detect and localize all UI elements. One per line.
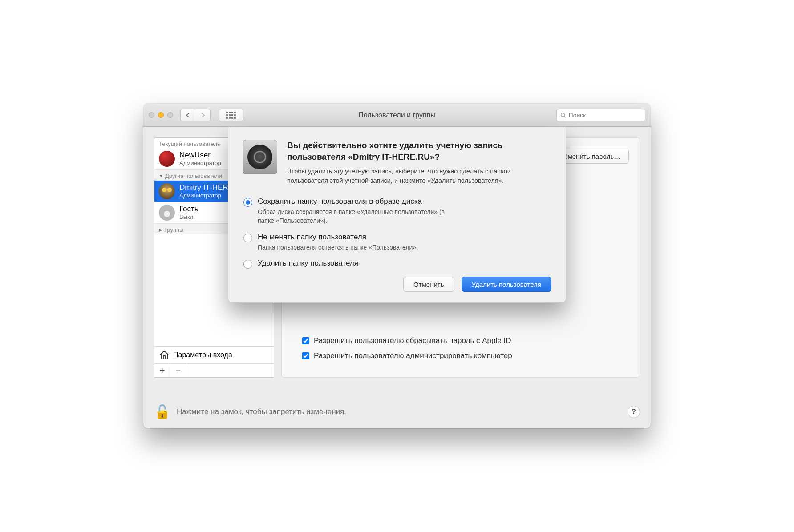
radio-button[interactable] — [243, 234, 252, 242]
lock-row: 🔓 Нажмите на замок, чтобы запретить изме… — [154, 404, 640, 419]
disclosure-triangle-icon: ▼ — [159, 173, 163, 178]
back-button[interactable] — [180, 109, 195, 121]
avatar — [159, 151, 175, 167]
checkbox-row-reset-appleid[interactable]: Разрешить пользователю сбрасывать пароль… — [302, 336, 512, 345]
forward-button[interactable] — [195, 109, 211, 121]
login-options-label: Параметры входа — [173, 351, 232, 359]
system-prefs-icon — [243, 140, 277, 174]
cancel-button[interactable]: Отменить — [403, 277, 454, 292]
nav-segment — [180, 109, 211, 121]
user-role: Выкл. — [179, 214, 198, 220]
svg-point-0 — [561, 113, 565, 117]
option-label: Удалить папку пользователя — [258, 259, 358, 268]
login-options-row[interactable]: Параметры входа — [154, 346, 274, 363]
disclosure-triangle-icon: ▶ — [159, 227, 162, 232]
user-role: Администратор — [179, 160, 221, 166]
modal-options: Сохранить папку пользователя в образе ди… — [243, 197, 551, 270]
search-input[interactable] — [569, 112, 641, 119]
window-controls — [149, 112, 173, 118]
option-description: Образ диска сохраняется в папке «Удаленн… — [258, 208, 454, 225]
modal-description: Чтобы удалить эту учетную запись, выбери… — [287, 167, 551, 185]
preferences-window: Пользователи и группы Текущий пользовате… — [143, 104, 651, 428]
unlock-icon[interactable]: 🔓 — [154, 404, 170, 419]
add-user-button[interactable]: + — [154, 364, 170, 377]
house-icon — [159, 350, 170, 360]
user-name: Гость — [179, 205, 198, 214]
user-name: NewUser — [179, 151, 221, 160]
checkbox-label: Разрешить пользователю администрировать … — [314, 351, 512, 360]
modal-title: Вы действительно хотите удалить учетную … — [287, 140, 551, 162]
close-window-button[interactable] — [149, 112, 154, 118]
remove-user-button[interactable]: − — [170, 364, 186, 377]
option-label: Сохранить папку пользователя в образе ди… — [258, 197, 454, 206]
toolbar: Пользователи и группы — [143, 104, 651, 127]
show-all-button[interactable] — [219, 109, 243, 121]
lock-hint-text: Нажмите на замок, чтобы запретить измене… — [177, 407, 346, 416]
search-icon — [560, 112, 566, 118]
checkbox-admin[interactable] — [302, 352, 309, 359]
avatar — [159, 183, 175, 199]
svg-line-1 — [564, 116, 566, 117]
avatar — [159, 205, 175, 221]
delete-user-sheet: Вы действительно хотите удалить учетную … — [228, 127, 566, 303]
radio-button[interactable] — [243, 198, 252, 207]
minimize-window-button[interactable] — [158, 112, 164, 118]
checkbox-row-admin[interactable]: Разрешить пользователю администрировать … — [302, 351, 512, 360]
help-button[interactable]: ? — [628, 406, 640, 418]
checkbox-label: Разрешить пользователю сбрасывать пароль… — [314, 336, 511, 345]
zoom-window-button[interactable] — [167, 112, 173, 118]
search-field[interactable] — [556, 109, 645, 121]
add-remove-bar: + − — [154, 363, 274, 377]
option-description: Папка пользователя остается в папке «Пол… — [258, 243, 418, 252]
option-delete-folder[interactable]: Удалить папку пользователя — [243, 259, 551, 270]
option-keep-folder[interactable]: Не менять папку пользователя Папка польз… — [243, 233, 551, 252]
option-save-disk-image[interactable]: Сохранить папку пользователя в образе ди… — [243, 197, 551, 225]
delete-user-button[interactable]: Удалить пользователя — [462, 277, 551, 292]
checkbox-reset-appleid[interactable] — [302, 337, 309, 344]
option-label: Не менять папку пользователя — [258, 233, 418, 242]
radio-button[interactable] — [243, 260, 252, 269]
